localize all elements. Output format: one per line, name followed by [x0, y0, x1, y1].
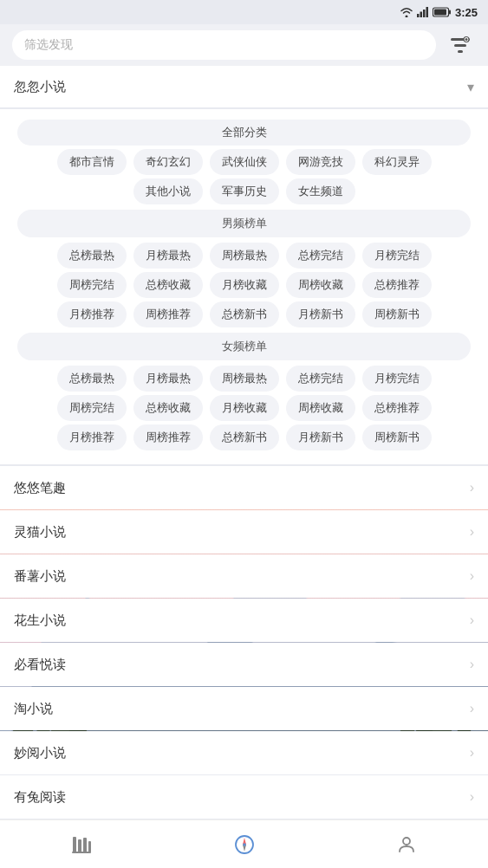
list-item-label: 淘小说 — [14, 701, 53, 717]
list-item-label: 花生小说 — [14, 612, 66, 629]
tag-m-month-hot[interactable]: 月榜最热 — [133, 243, 203, 269]
list-chevron-icon: › — [470, 612, 474, 628]
tag-wuxia[interactable]: 武侠仙侠 — [210, 149, 279, 175]
male-chart-row2: 周榜完结 总榜收藏 月榜收藏 周榜收藏 总榜推荐 — [9, 272, 479, 298]
tag-f-month-collect[interactable]: 月榜收藏 — [210, 395, 279, 421]
svg-rect-0 — [417, 14, 420, 17]
tag-m-week-collect[interactable]: 周榜收藏 — [286, 272, 355, 298]
tag-f-month-complete[interactable]: 月榜完结 — [362, 366, 432, 392]
tag-m-total-complete[interactable]: 总榜完结 — [286, 243, 355, 269]
tag-f-week-complete[interactable]: 周榜完结 — [57, 395, 127, 421]
tag-f-month-hot[interactable]: 月榜最热 — [133, 366, 203, 392]
compass-icon — [234, 834, 255, 855]
tag-m-total-hot[interactable]: 总榜最热 — [57, 243, 127, 269]
tag-m-week-new[interactable]: 周榜新书 — [362, 301, 432, 327]
filter-icon-button[interactable] — [445, 29, 476, 61]
tag-military[interactable]: 军事历史 — [210, 178, 279, 204]
tag-fantasy[interactable]: 奇幻玄幻 — [133, 149, 203, 175]
list-chevron-icon: › — [470, 745, 474, 761]
female-chart-row1: 总榜最热 月榜最热 周榜最热 总榜完结 月榜完结 — [9, 366, 479, 392]
battery-icon — [433, 7, 452, 17]
tag-m-month-new[interactable]: 月榜新书 — [286, 301, 355, 327]
tag-m-week-recommend[interactable]: 周榜推荐 — [133, 301, 203, 327]
tag-m-month-collect[interactable]: 月榜收藏 — [210, 272, 279, 298]
list-item-huasheng[interactable]: 花生小说 › — [0, 599, 488, 642]
tag-f-total-new[interactable]: 总榜新书 — [210, 424, 279, 450]
list-item-label: 有兔阅读 — [14, 789, 66, 806]
list-chevron-icon: › — [470, 701, 474, 716]
list-item-label: 悠悠笔趣 — [14, 480, 66, 496]
list-items-container: 悠悠笔趣 › 灵猫小说 › 番薯小说 › 花生小说 › 必看悦读 › 淘小说 › — [0, 466, 488, 819]
filter-icon — [449, 36, 472, 55]
list-item-label: 灵猫小说 — [14, 524, 66, 541]
section-header-huhu[interactable]: 忽忽小说 ▾ — [0, 66, 488, 107]
tag-game[interactable]: 网游竞技 — [286, 149, 355, 175]
bottom-nav — [0, 819, 488, 868]
list-item-youtu[interactable]: 有兔阅读 › — [0, 775, 488, 819]
main-content: 忽忽小说 ▾ 全部分类 都市言情 奇幻玄幻 武侠仙侠 网游竞技 科幻灵异 其他小… — [0, 66, 488, 819]
list-item-lingmao[interactable]: 灵猫小说 › — [0, 510, 488, 554]
male-chart-row3: 月榜推荐 周榜推荐 总榜新书 月榜新书 周榜新书 — [9, 301, 479, 327]
svg-rect-5 — [434, 10, 446, 16]
female-chart-row3: 月榜推荐 周榜推荐 总榜新书 月榜新书 周榜新书 — [9, 424, 479, 450]
search-input-wrap[interactable]: 筛选发现 — [12, 30, 436, 60]
list-chevron-icon: › — [470, 789, 474, 805]
other-tags-row: 其他小说 军事历史 女生频道 — [9, 178, 479, 204]
list-item-bikan[interactable]: 必看悦读 › — [0, 643, 488, 686]
tag-m-week-hot[interactable]: 周榜最热 — [210, 243, 279, 269]
tag-urban[interactable]: 都市言情 — [57, 149, 127, 175]
nav-item-discover[interactable] — [163, 820, 326, 868]
tag-f-month-recommend[interactable]: 月榜推荐 — [57, 424, 127, 450]
status-icons: 3:25 — [400, 6, 478, 19]
female-chart-row2: 周榜完结 总榜收藏 月榜收藏 周榜收藏 总榜推荐 — [9, 395, 479, 421]
chevron-down-icon: ▾ — [467, 79, 474, 95]
list-item-label: 番薯小说 — [14, 568, 66, 585]
svg-point-34 — [403, 838, 410, 845]
tag-scifi[interactable]: 科幻灵异 — [362, 149, 432, 175]
tag-m-month-recommend[interactable]: 月榜推荐 — [57, 301, 127, 327]
tag-m-total-new[interactable]: 总榜新书 — [210, 301, 279, 327]
nav-item-bookshelf[interactable] — [0, 820, 163, 868]
status-time: 3:25 — [455, 6, 478, 19]
tag-f-total-hot[interactable]: 总榜最热 — [57, 366, 127, 392]
male-chart-row1: 总榜最热 月榜最热 周榜最热 总榜完结 月榜完结 — [9, 243, 479, 269]
tag-m-total-collect[interactable]: 总榜收藏 — [133, 272, 203, 298]
list-chevron-icon: › — [470, 568, 474, 584]
list-item-taoxiaoshuo[interactable]: 淘小说 › — [0, 687, 488, 730]
list-section: 悠悠笔趣 › 灵猫小说 › 番薯小说 › 花生小说 › 必看悦读 › 淘小说 › — [0, 466, 488, 819]
tag-all[interactable]: 全部分类 — [17, 120, 471, 146]
section-title-huhu: 忽忽小说 — [14, 79, 66, 95]
tag-f-week-recommend[interactable]: 周榜推荐 — [133, 424, 203, 450]
list-chevron-icon: › — [470, 524, 474, 540]
bookshelf-icon — [70, 835, 93, 854]
tag-f-month-new[interactable]: 月榜新书 — [286, 424, 355, 450]
tag-m-total-recommend[interactable]: 总榜推荐 — [362, 272, 432, 298]
tags-section: 全部分类 都市言情 奇幻玄幻 武侠仙侠 网游竞技 科幻灵异 其他小说 军事历史 … — [0, 109, 488, 464]
svg-rect-3 — [426, 7, 428, 17]
list-item-youyou[interactable]: 悠悠笔趣 › — [0, 466, 488, 509]
nav-item-profile[interactable] — [325, 820, 488, 868]
tag-f-week-hot[interactable]: 周榜最热 — [210, 366, 279, 392]
all-category-row: 全部分类 — [9, 120, 479, 146]
main-tags-row: 都市言情 奇幻玄幻 武侠仙侠 网游竞技 科幻灵异 — [9, 149, 479, 175]
signal-icon — [417, 7, 429, 17]
tag-f-week-collect[interactable]: 周榜收藏 — [286, 395, 355, 421]
search-bar: 筛选发现 — [0, 24, 488, 66]
tag-f-week-new[interactable]: 周榜新书 — [362, 424, 432, 450]
tag-f-total-recommend[interactable]: 总榜推荐 — [362, 395, 432, 421]
svg-rect-25 — [73, 837, 76, 852]
svg-rect-29 — [72, 852, 91, 853]
tag-f-total-collect[interactable]: 总榜收藏 — [133, 395, 203, 421]
tag-female[interactable]: 女生频道 — [286, 178, 355, 204]
svg-rect-6 — [449, 10, 451, 15]
tag-other[interactable]: 其他小说 — [133, 178, 203, 204]
status-bar: 3:25 — [0, 0, 488, 24]
list-item-miaoyue[interactable]: 妙阅小说 › — [0, 731, 488, 774]
svg-rect-26 — [78, 839, 81, 852]
tag-m-week-complete[interactable]: 周榜完结 — [57, 272, 127, 298]
list-item-label: 妙阅小说 — [14, 745, 66, 761]
tag-m-month-complete[interactable]: 月榜完结 — [362, 243, 432, 269]
list-item-fanshu[interactable]: 番薯小说 › — [0, 554, 488, 598]
tag-f-total-complete[interactable]: 总榜完结 — [286, 366, 355, 392]
svg-point-11 — [465, 38, 468, 41]
